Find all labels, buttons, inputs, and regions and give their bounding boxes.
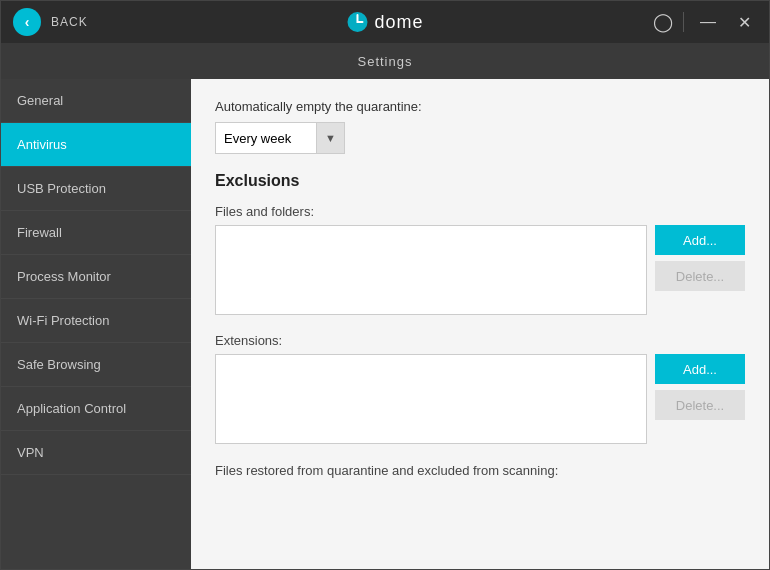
footer-text: Files restored from quarantine and exclu… <box>215 462 745 480</box>
sidebar-item-label: Process Monitor <box>17 269 111 284</box>
sidebar-item-label: Application Control <box>17 401 126 416</box>
extensions-buttons: Add... Delete... <box>655 354 745 444</box>
extensions-delete-button[interactable]: Delete... <box>655 390 745 420</box>
files-folders-input[interactable] <box>215 225 647 315</box>
quarantine-label: Automatically empty the quarantine: <box>215 99 745 114</box>
minimize-button[interactable]: — <box>694 11 722 33</box>
titlebar-left: ‹ BACK <box>13 8 88 36</box>
separator <box>683 12 684 32</box>
sidebar-item-vpn[interactable]: VPN <box>1 431 191 475</box>
sidebar-item-antivirus[interactable]: Antivirus <box>1 123 191 167</box>
extensions-row: Add... Delete... <box>215 354 745 444</box>
content-area: Automatically empty the quarantine: Ever… <box>191 79 769 569</box>
titlebar-right: ◯ — ✕ <box>653 11 757 34</box>
extensions-label: Extensions: <box>215 333 745 348</box>
titlebar: ‹ BACK dome ◯ — ✕ <box>1 1 769 43</box>
sidebar-item-label: USB Protection <box>17 181 106 196</box>
extensions-add-button[interactable]: Add... <box>655 354 745 384</box>
quarantine-section: Automatically empty the quarantine: Ever… <box>215 99 745 154</box>
files-add-button[interactable]: Add... <box>655 225 745 255</box>
quarantine-dropdown[interactable]: Every week Every day Every month Never <box>216 123 316 153</box>
dropdown-arrow-icon: ▼ <box>316 123 344 153</box>
logo-icon <box>346 11 368 33</box>
sidebar-item-label: Firewall <box>17 225 62 240</box>
files-folders-row: Add... Delete... <box>215 225 745 315</box>
close-button[interactable]: ✕ <box>732 11 757 34</box>
sidebar-item-firewall[interactable]: Firewall <box>1 211 191 255</box>
files-folders-buttons: Add... Delete... <box>655 225 745 315</box>
sidebar-item-label: Safe Browsing <box>17 357 101 372</box>
user-icon[interactable]: ◯ <box>653 11 673 33</box>
main-window: ‹ BACK dome ◯ — ✕ Settings General <box>0 0 770 570</box>
sidebar-item-wifi-protection[interactable]: Wi-Fi Protection <box>1 299 191 343</box>
sidebar-item-label: VPN <box>17 445 44 460</box>
exclusions-title: Exclusions <box>215 172 745 190</box>
logo-text: dome <box>374 12 423 33</box>
sidebar-item-general[interactable]: General <box>1 79 191 123</box>
settings-title: Settings <box>358 54 413 69</box>
sidebar-item-process-monitor[interactable]: Process Monitor <box>1 255 191 299</box>
sidebar-item-application-control[interactable]: Application Control <box>1 387 191 431</box>
titlebar-center: dome <box>346 11 423 33</box>
quarantine-dropdown-container[interactable]: Every week Every day Every month Never ▼ <box>215 122 345 154</box>
sidebar-item-usb-protection[interactable]: USB Protection <box>1 167 191 211</box>
back-label: BACK <box>51 15 88 29</box>
back-button[interactable]: ‹ <box>13 8 41 36</box>
settings-bar: Settings <box>1 43 769 79</box>
files-delete-button[interactable]: Delete... <box>655 261 745 291</box>
extensions-input[interactable] <box>215 354 647 444</box>
sidebar-item-safe-browsing[interactable]: Safe Browsing <box>1 343 191 387</box>
sidebar-item-label: Antivirus <box>17 137 67 152</box>
main-content: General Antivirus USB Protection Firewal… <box>1 79 769 569</box>
files-folders-label: Files and folders: <box>215 204 745 219</box>
sidebar-item-label: General <box>17 93 63 108</box>
sidebar-item-label: Wi-Fi Protection <box>17 313 109 328</box>
sidebar: General Antivirus USB Protection Firewal… <box>1 79 191 569</box>
